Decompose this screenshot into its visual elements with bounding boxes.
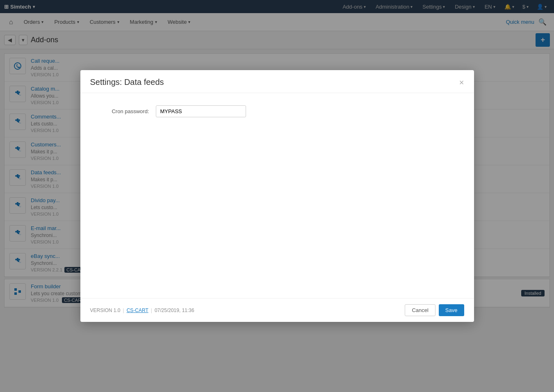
save-button[interactable]: Save	[439, 304, 464, 312]
footer-cs-cart-link[interactable]: CS-CART	[127, 308, 148, 312]
footer-sep1: |	[123, 308, 124, 312]
footer-version: VERSION 1.0	[90, 308, 121, 312]
modal-body: Cron password:	[80, 93, 474, 298]
cron-password-row: Cron password:	[90, 105, 464, 117]
modal-overlay[interactable]: Settings: Data feeds × Cron password: VE…	[0, 0, 554, 312]
modal-title-prefix: Settings:	[90, 77, 122, 87]
cron-password-label: Cron password:	[90, 108, 156, 114]
cancel-button[interactable]: Cancel	[405, 304, 435, 312]
modal-close-button[interactable]: ×	[459, 78, 464, 87]
modal-title: Settings: Data feeds	[90, 77, 164, 87]
footer-actions: Cancel Save	[405, 304, 464, 312]
cron-password-input[interactable]	[156, 105, 246, 117]
modal-footer: VERSION 1.0 | CS-CART | 07/25/2019, 11:3…	[80, 298, 474, 312]
modal-header: Settings: Data feeds ×	[80, 70, 474, 93]
footer-sep2: |	[151, 308, 152, 312]
modal-title-suffix: Data feeds	[124, 77, 164, 87]
footer-meta: VERSION 1.0 | CS-CART | 07/25/2019, 11:3…	[90, 308, 194, 312]
footer-date: 07/25/2019, 11:36	[155, 308, 194, 312]
settings-modal: Settings: Data feeds × Cron password: VE…	[80, 70, 474, 312]
